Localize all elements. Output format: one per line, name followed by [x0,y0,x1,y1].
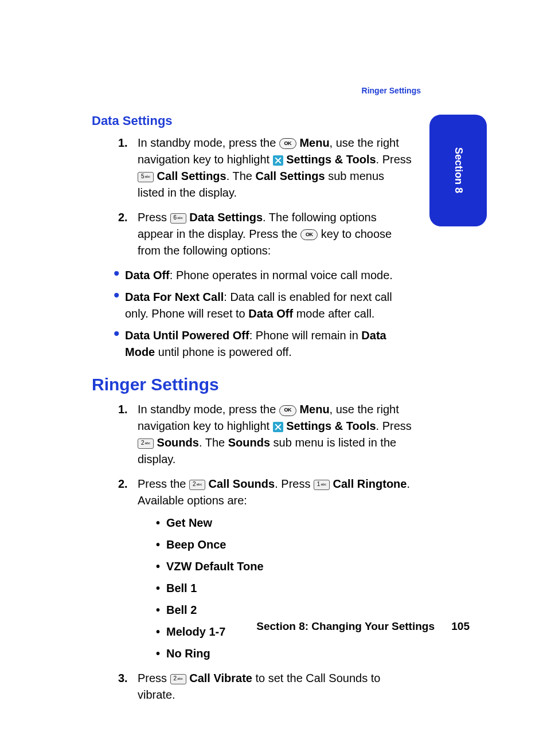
step-item: 1.In standby mode, press the OK Menu, us… [138,135,413,201]
bold-term: Settings & Tools [286,420,376,432]
sub-option-item: Get New [166,515,413,531]
step-number: 2. [118,476,128,492]
keypad-5-icon: 5abc [138,172,154,182]
sub-option-item: VZW Default Tone [166,558,413,575]
running-header: Ringer Settings [362,86,421,95]
bold-term: Data Off [248,307,293,320]
bold-term: Settings & Tools [286,153,376,166]
ok-key-icon: OK [279,405,296,416]
bold-term: Data Settings [189,211,263,224]
step-number: 2. [118,209,128,226]
sub-option-item: Bell 1 [166,580,413,597]
page: Ringer Settings Section 8 Data Settings … [0,0,547,756]
bold-term: Data Until Powered Off [125,329,249,342]
step-number: 3. [118,670,128,687]
settings-tools-icon [273,422,283,432]
step-item: 1.In standby mode, press the OK Menu, us… [138,401,413,468]
content-area: Data Settings 1.In standby mode, press t… [92,112,413,703]
option-item: Data For Next Call: Data call is enabled… [125,289,413,322]
bold-term: Call Settings [255,170,325,182]
settings-tools-icon [273,155,283,166]
keypad-6-icon: 6abc [170,213,186,224]
section-heading: Ringer Settings [92,372,413,397]
option-item: Data Off: Phone operates in normal voice… [125,267,413,284]
section-side-tab-label: Section 8 [452,147,464,193]
step-item: 2.Press 6abc Data Settings. The followin… [138,209,413,259]
page-number: 105 [451,620,470,632]
bold-term: Call Ringtone [333,477,407,490]
bold-term: Data For Next Call [125,291,224,303]
step-number: 1. [118,401,128,418]
ok-key-icon: OK [300,229,318,240]
bold-term: Call Vibrate [189,672,252,684]
keypad-1-icon: 1abc [314,480,330,490]
page-footer: Section 8: Changing Your Settings 105 [0,620,470,633]
step-item: 3.Press 2abc Call Vibrate to set the Cal… [138,670,413,703]
bold-term: Data Off [125,269,170,281]
footer-section-label: Section 8: Changing Your Settings [256,620,435,632]
sub-option-item: Beep Once [166,536,413,553]
sub-option-item: No Ring [166,645,413,662]
steps-list-data-settings: 1.In standby mode, press the OK Menu, us… [92,135,413,259]
bold-term: Sounds [157,436,199,449]
bold-term: Menu [299,403,329,416]
steps-list-ringer-settings: 1.In standby mode, press the OK Menu, us… [92,401,413,703]
subsection-heading: Data Settings [92,112,413,130]
option-item: Data Until Powered Off: Phone will remai… [125,327,413,361]
step-item: 2.Press the 2abc Call Sounds. Press 1abc… [138,476,413,662]
sub-options-list: Get NewBeep OnceVZW Default ToneBell 1Be… [138,515,413,662]
sub-option-item: Bell 2 [166,602,413,618]
options-list-data-settings: Data Off: Phone operates in normal voice… [92,267,413,361]
step-number: 1. [118,135,128,151]
keypad-2-icon: 2abc [138,438,154,449]
bold-term: Sounds [228,436,270,449]
keypad-2-icon: 2abc [170,674,186,684]
section-side-tab: Section 8 [429,115,487,226]
bold-term: Call Sounds [209,477,275,490]
ok-key-icon: OK [279,138,296,149]
bold-term: Call Settings [157,170,226,182]
bold-term: Menu [299,136,329,149]
keypad-2-icon: 2abc [189,480,205,490]
